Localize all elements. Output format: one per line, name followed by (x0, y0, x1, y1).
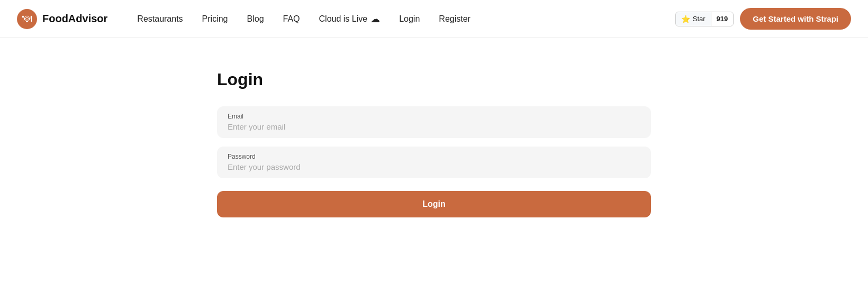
github-icon: ⭐ (681, 15, 690, 23)
nav-faq[interactable]: FAQ (275, 10, 309, 28)
nav-pricing[interactable]: Pricing (194, 10, 237, 28)
password-input[interactable] (228, 162, 640, 171)
main-content: Login Email Password Login (0, 38, 868, 249)
nav-login[interactable]: Login (391, 10, 428, 28)
nav-restaurants[interactable]: Restaurants (129, 10, 191, 28)
password-label: Password (228, 153, 640, 160)
get-started-button[interactable]: Get Started with Strapi (740, 8, 851, 30)
email-form-group: Email (217, 106, 651, 138)
password-input-wrapper: Password (217, 147, 651, 178)
login-submit-button[interactable]: Login (217, 191, 651, 217)
cloud-icon: ☁ (370, 13, 380, 25)
email-input[interactable] (228, 122, 640, 131)
github-star-count: 919 (711, 12, 734, 25)
github-star-button[interactable]: ⭐ Star 919 (675, 12, 734, 26)
nav-links: Restaurants Pricing Blog FAQ Cloud is Li… (129, 9, 675, 29)
email-input-wrapper: Email (217, 106, 651, 138)
nav-register[interactable]: Register (430, 10, 479, 28)
logo-icon: 🍽 (17, 9, 37, 29)
nav-cloud-live[interactable]: Cloud is Live ☁ (311, 9, 389, 29)
logo-link[interactable]: 🍽 FoodAdvisor (17, 9, 107, 29)
nav-right: ⭐ Star 919 Get Started with Strapi (675, 8, 851, 30)
navbar: 🍽 FoodAdvisor Restaurants Pricing Blog F… (0, 0, 868, 38)
login-title: Login (217, 70, 651, 89)
login-container: Login Email Password Login (217, 70, 651, 217)
brand-name: FoodAdvisor (42, 13, 107, 25)
email-label: Email (228, 113, 640, 120)
nav-blog[interactable]: Blog (239, 10, 273, 28)
github-star-label: Star (693, 15, 706, 23)
password-form-group: Password (217, 147, 651, 178)
